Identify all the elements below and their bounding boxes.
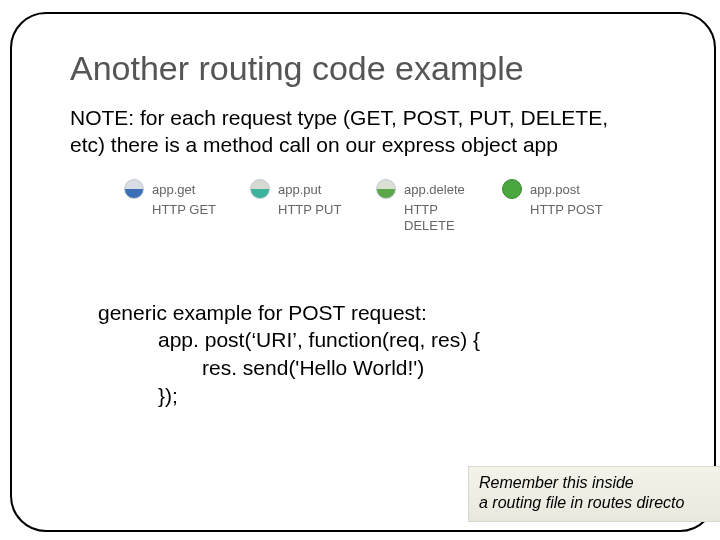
method-item: app.post HTTP POST	[502, 179, 603, 235]
code-example: generic example for POST request: app. p…	[98, 299, 686, 410]
remember-note: Remember this insidea routing file in ro…	[468, 466, 720, 522]
method-name: app.post	[530, 182, 580, 197]
slide-title: Another routing code example	[70, 50, 686, 87]
legend-circle-icon	[124, 179, 144, 199]
http-label: HTTP PUT	[278, 202, 348, 218]
note-text: NOTE: for each request type (GET, POST, …	[70, 105, 630, 159]
method-name: app.get	[152, 182, 195, 197]
legend-circle-icon	[502, 179, 522, 199]
legend-circle-icon	[250, 179, 270, 199]
method-item: app.get HTTP GET	[124, 179, 222, 235]
example-line: app. post(‘URI’, function(req, res) {	[158, 326, 686, 354]
method-legend: app.get HTTP GET app.put HTTP PUT app.de…	[124, 179, 686, 235]
http-label: HTTP POST	[530, 202, 603, 218]
method-row: app.delete	[376, 179, 474, 199]
slide-card: Another routing code example NOTE: for e…	[10, 12, 716, 532]
example-heading: generic example for POST request:	[98, 299, 686, 327]
method-item: app.delete HTTPDELETE	[376, 179, 474, 235]
method-name: app.delete	[404, 182, 465, 197]
method-row: app.post	[502, 179, 603, 199]
example-line: });	[158, 382, 686, 410]
method-row: app.get	[124, 179, 222, 199]
example-line: res. send('Hello World!')	[202, 354, 686, 382]
method-item: app.put HTTP PUT	[250, 179, 348, 235]
legend-circle-icon	[376, 179, 396, 199]
http-label: HTTP GET	[152, 202, 222, 218]
http-label: HTTPDELETE	[404, 202, 474, 235]
method-name: app.put	[278, 182, 321, 197]
method-row: app.put	[250, 179, 348, 199]
